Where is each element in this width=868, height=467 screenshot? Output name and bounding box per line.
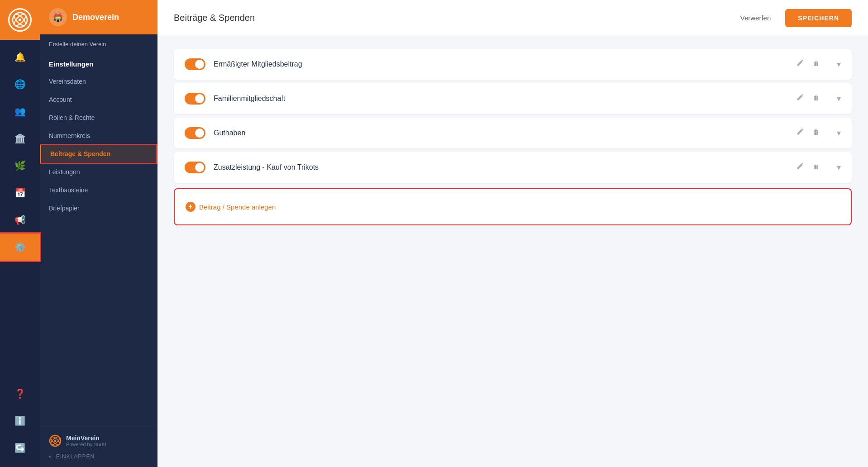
contrib-actions-ermaessigter xyxy=(794,58,821,71)
toggle-guthaben[interactable] xyxy=(185,127,205,139)
sidebar-item-rollen[interactable]: Rollen & Rechte xyxy=(40,109,157,127)
toggle-ermaessigter[interactable] xyxy=(185,58,205,70)
sub-header-label: Erstelle deinen Verein xyxy=(40,34,157,50)
add-icon: + xyxy=(186,202,196,212)
nav-settings[interactable]: ⚙️ xyxy=(0,234,40,261)
sidebar-item-account[interactable]: Account xyxy=(40,91,157,109)
sidebar-item-textbausteine[interactable]: Textbausteine xyxy=(40,181,157,199)
expand-guthaben-button[interactable]: ▾ xyxy=(837,128,841,138)
icon-sidebar: 🔔 🌐 👥 🏛️ 🌿 📅 📢 ⚙️ ❓ ℹ️ ↪️ xyxy=(0,0,40,467)
nav-bell[interactable]: 🔔 xyxy=(0,43,40,71)
toggle-familien[interactable] xyxy=(185,93,205,105)
add-contribution-button[interactable]: + Beitrag / Spende anlegen xyxy=(186,202,276,212)
nav-leaf[interactable]: 🌿 xyxy=(0,152,40,179)
delete-familien-button[interactable] xyxy=(811,92,821,105)
page-title: Beiträge & Spenden xyxy=(174,13,255,23)
settings-section-title: Einstellungen xyxy=(40,50,157,72)
nav-icons: 🔔 🌐 👥 🏛️ 🌿 📅 📢 ⚙️ xyxy=(0,40,40,380)
delete-guthaben-button[interactable] xyxy=(811,127,821,139)
edit-ermaessigter-button[interactable] xyxy=(794,58,805,71)
contrib-card-familien: Familienmitgliedschaft ▾ xyxy=(174,83,852,114)
expand-familien-button[interactable]: ▾ xyxy=(837,94,841,104)
svg-point-7 xyxy=(54,440,57,442)
delete-zusatz-button[interactable] xyxy=(811,161,821,174)
content-area: Ermäßigter Mitgliedsbeitrag ▾ Familienmi… xyxy=(157,36,868,467)
add-label: Beitrag / Spende anlegen xyxy=(199,203,276,211)
mein-verein-brand: MeinVerein Powered by :buhl xyxy=(49,434,148,447)
contrib-card-guthaben: Guthaben ▾ xyxy=(174,118,852,148)
top-bar: Beiträge & Spenden Verwerfen SPEICHERN xyxy=(157,0,868,36)
powered-by: Powered by :buhl xyxy=(66,442,106,447)
expand-ermaessigter-button[interactable]: ▾ xyxy=(837,59,841,69)
sidebar-item-vereinsdaten[interactable]: Vereinsdaten xyxy=(40,72,157,91)
sidebar-item-beitraege[interactable]: Beiträge & Spenden xyxy=(40,145,157,163)
app-logo xyxy=(8,8,32,32)
contrib-title-ermaessigter: Ermäßigter Mitgliedsbeitrag xyxy=(214,60,786,68)
mein-verein-icon xyxy=(49,434,62,447)
nav-logout[interactable]: ↪️ xyxy=(0,434,40,462)
svg-point-3 xyxy=(19,19,21,21)
contrib-card-ermaessigter: Ermäßigter Mitgliedsbeitrag ▾ xyxy=(174,49,852,80)
sidebar-item-leistungen[interactable]: Leistungen xyxy=(40,163,157,181)
sidebar-footer: MeinVerein Powered by :buhl « EINKLAPPEN xyxy=(40,427,157,467)
add-contribution-card[interactable]: + Beitrag / Spende anlegen xyxy=(174,188,852,225)
contrib-actions-zusatz xyxy=(794,161,821,174)
chevron-left-icon: « xyxy=(49,453,52,460)
sidebar-item-briefpapier[interactable]: Briefpapier xyxy=(40,199,157,217)
contrib-title-guthaben: Guthaben xyxy=(214,129,786,137)
club-icon: 🏟️ xyxy=(49,8,67,26)
club-header: 🏟️ Demoverein xyxy=(40,0,157,34)
logo-area xyxy=(0,0,40,40)
club-name: Demoverein xyxy=(72,13,119,22)
contrib-actions-familien xyxy=(794,92,821,105)
bottom-icons: ❓ ℹ️ ↪️ xyxy=(0,380,40,467)
top-bar-actions: Verwerfen SPEICHERN xyxy=(733,9,852,27)
contrib-title-familien: Familienmitgliedschaft xyxy=(214,95,786,103)
discard-button[interactable]: Verwerfen xyxy=(733,10,778,26)
contrib-title-zusatz: Zusatzleistung - Kauf von Trikots xyxy=(214,163,786,172)
toggle-zusatz[interactable] xyxy=(185,162,205,173)
nav-calendar[interactable]: 📅 xyxy=(0,179,40,206)
sidebar-item-nummernkreis[interactable]: Nummernkreis xyxy=(40,127,157,145)
save-button[interactable]: SPEICHERN xyxy=(785,9,852,27)
nav-help[interactable]: ❓ xyxy=(0,380,40,407)
nav-megaphone[interactable]: 📢 xyxy=(0,206,40,234)
delete-ermaessigter-button[interactable] xyxy=(811,58,821,71)
sub-sidebar: 🏟️ Demoverein Erstelle deinen Verein Ein… xyxy=(40,0,157,467)
nav-users[interactable]: 👥 xyxy=(0,98,40,125)
nav-building[interactable]: 🏛️ xyxy=(0,125,40,152)
collapse-button[interactable]: « EINKLAPPEN xyxy=(49,453,148,460)
contrib-actions-guthaben xyxy=(794,127,821,139)
nav-info[interactable]: ℹ️ xyxy=(0,407,40,434)
main-content: Beiträge & Spenden Verwerfen SPEICHERN E… xyxy=(157,0,868,467)
edit-zusatz-button[interactable] xyxy=(794,161,805,174)
brand-name: MeinVerein xyxy=(66,434,106,442)
expand-zusatz-button[interactable]: ▾ xyxy=(837,162,841,172)
nav-globe[interactable]: 🌐 xyxy=(0,71,40,98)
edit-familien-button[interactable] xyxy=(794,92,805,105)
contrib-card-zusatz: Zusatzleistung - Kauf von Trikots ▾ xyxy=(174,152,852,183)
edit-guthaben-button[interactable] xyxy=(794,127,805,139)
